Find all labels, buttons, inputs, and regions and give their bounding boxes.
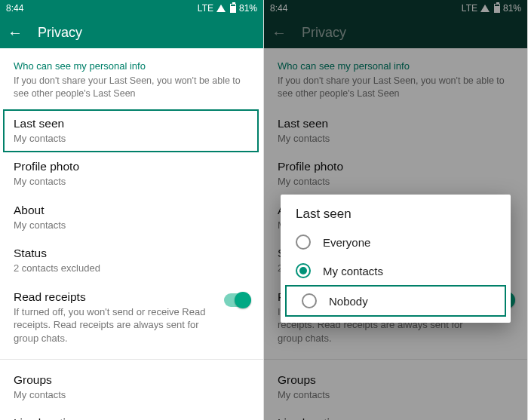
section-note: If you don't share your Last Seen, you w… xyxy=(0,73,263,109)
setting-sub: 2 contacts excluded xyxy=(14,262,250,275)
setting-sub: My contacts xyxy=(278,175,514,189)
read-receipts-toggle[interactable] xyxy=(224,293,250,307)
option-label: Nobody xyxy=(329,295,368,308)
battery-icon xyxy=(494,4,500,13)
option-nobody-highlight: Nobody xyxy=(285,285,506,317)
setting-title: Status xyxy=(14,247,250,260)
setting-title: About xyxy=(14,204,250,217)
section-header: Who can see my personal info xyxy=(0,57,263,73)
setting-title: Profile photo xyxy=(14,160,250,173)
section-note: If you don't share your Last Seen, you w… xyxy=(264,73,527,109)
option-nobody[interactable]: Nobody xyxy=(287,287,505,315)
option-everyone[interactable]: Everyone xyxy=(281,228,511,256)
setting-sub: My contacts xyxy=(14,132,248,146)
section-header: Who can see my personal info xyxy=(264,57,527,73)
setting-title: Groups xyxy=(278,373,514,387)
app-bar: ← Privacy xyxy=(264,17,527,48)
radio-icon xyxy=(296,235,311,250)
setting-read-receipts[interactable]: Read receipts If turned off, you won't s… xyxy=(0,283,263,353)
app-bar: ← Privacy xyxy=(0,17,263,48)
option-label: My contacts xyxy=(323,265,383,277)
setting-title: Live location xyxy=(14,416,250,420)
last-seen-dialog: Last seen Everyone My contacts Nobody xyxy=(281,195,511,323)
page-title: Privacy xyxy=(38,25,82,41)
radio-icon xyxy=(296,263,311,278)
network-label: LTE xyxy=(198,3,213,14)
battery-icon xyxy=(230,4,236,13)
option-label: Everyone xyxy=(323,236,370,249)
setting-title: Groups xyxy=(14,373,250,387)
setting-sub: My contacts xyxy=(278,132,514,146)
setting-groups[interactable]: Groups My contacts xyxy=(264,366,527,409)
signal-icon xyxy=(216,5,226,12)
setting-title: Last seen xyxy=(278,117,514,130)
status-bar: 8:44 LTE 81% xyxy=(0,0,263,17)
setting-title: Read receipts xyxy=(14,290,218,304)
screen-left: 8:44 LTE 81% ← Privacy Who can see my pe… xyxy=(0,0,264,420)
network-label: LTE xyxy=(462,3,477,14)
divider xyxy=(0,359,263,360)
setting-sub: My contacts xyxy=(14,175,250,189)
battery-percent: 81% xyxy=(239,3,257,14)
clock: 8:44 xyxy=(270,3,462,14)
screen-right: 8:44 LTE 81% ← Privacy Who can see my pe… xyxy=(264,0,528,420)
settings-list[interactable]: Who can see my personal info If you don'… xyxy=(0,48,263,420)
setting-profile-photo[interactable]: Profile photo My contacts xyxy=(0,152,263,196)
setting-title: Live location xyxy=(278,416,514,420)
dialog-title: Last seen xyxy=(281,207,511,228)
setting-live-location[interactable]: Live location xyxy=(0,409,263,420)
divider xyxy=(264,359,527,360)
setting-sub: My contacts xyxy=(14,388,250,402)
setting-sub: My contacts xyxy=(14,219,250,232)
page-title: Privacy xyxy=(302,25,346,41)
setting-groups[interactable]: Groups My contacts xyxy=(0,366,263,409)
setting-live-location[interactable]: Live location None xyxy=(264,409,527,420)
setting-profile-photo[interactable]: Profile photo My contacts xyxy=(264,152,527,196)
back-arrow-icon[interactable]: ← xyxy=(270,25,288,40)
signal-icon xyxy=(480,5,490,12)
setting-last-seen[interactable]: Last seen My contacts xyxy=(264,109,527,153)
setting-sub: My contacts xyxy=(278,388,514,402)
setting-about[interactable]: About My contacts xyxy=(0,196,263,240)
clock: 8:44 xyxy=(6,3,198,14)
back-arrow-icon[interactable]: ← xyxy=(6,25,24,40)
battery-percent: 81% xyxy=(503,3,521,14)
setting-last-seen[interactable]: Last seen My contacts xyxy=(3,109,259,153)
setting-title: Profile photo xyxy=(278,160,514,173)
status-bar: 8:44 LTE 81% xyxy=(264,0,527,17)
setting-title: Last seen xyxy=(14,117,248,130)
setting-status[interactable]: Status 2 contacts excluded xyxy=(0,239,263,283)
radio-icon xyxy=(302,293,317,308)
setting-sub: If turned off, you won't send or receive… xyxy=(14,305,218,345)
option-my-contacts[interactable]: My contacts xyxy=(281,256,511,285)
